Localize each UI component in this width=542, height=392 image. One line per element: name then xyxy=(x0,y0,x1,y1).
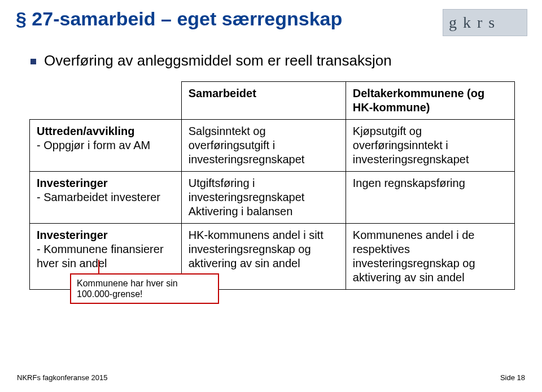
table-corner-empty xyxy=(30,82,182,120)
callout-connector xyxy=(98,260,99,273)
row-head-line1: Investeringer xyxy=(37,177,108,189)
row-head-line2: - Oppgjør i form av AM xyxy=(37,139,150,151)
cell-r3-c3: Kommunenes andel i de respektives invest… xyxy=(346,224,514,290)
row-head-line1: Uttreden/avvikling xyxy=(37,125,134,137)
callout-box: Kommunene har hver sin 100.000-grense! xyxy=(70,273,219,304)
table-header-row: Samarbeidet Deltakerkommunene (og HK-kom… xyxy=(30,82,515,120)
cell-r2-c2: Utgiftsføring i investeringsregnskapet A… xyxy=(181,172,346,224)
row-head-2: Investeringer - Samarbeidet investerer xyxy=(30,172,182,224)
table-row: Investeringer - Samarbeidet investerer U… xyxy=(30,172,515,224)
row-head-line2: - Samarbeidet investerer xyxy=(37,191,160,203)
cell-r2-c3: Ingen regnskapsføring xyxy=(346,172,514,224)
bullet-icon xyxy=(30,59,36,64)
row-head-1: Uttreden/avvikling - Oppgjør i form av A… xyxy=(30,120,182,172)
row-head-line2: - Kommunene finansierer hver sin andel xyxy=(37,243,164,269)
table-head-col2: Samarbeidet xyxy=(181,82,346,120)
footer-right: Side 18 xyxy=(500,373,525,382)
content-table: Samarbeidet Deltakerkommunene (og HK-kom… xyxy=(29,81,515,290)
cell-r1-c2: Salgsinntekt og overføringsutgift i inve… xyxy=(181,120,346,172)
bullet-text: Overføring av anleggsmiddel som er reell… xyxy=(44,52,392,69)
logo-gkrs: g k r s xyxy=(443,9,527,36)
logo-text: g k r s xyxy=(449,14,496,32)
slide: g k r s § 27-samarbeid – eget særregnska… xyxy=(0,0,542,392)
table-row: Uttreden/avvikling - Oppgjør i form av A… xyxy=(30,120,515,172)
footer-left: NKRFs fagkonferanse 2015 xyxy=(17,373,107,382)
table-head-col3: Deltakerkommunene (og HK-kommune) xyxy=(346,82,514,120)
row-head-line1: Investeringer xyxy=(37,229,108,241)
slide-title: § 27-samarbeid – eget særregnskap xyxy=(16,8,342,30)
cell-r1-c3: Kjøpsutgift og overføringsinntekt i inve… xyxy=(346,120,514,172)
bullet-row: Overføring av anleggsmiddel som er reell… xyxy=(30,52,392,69)
